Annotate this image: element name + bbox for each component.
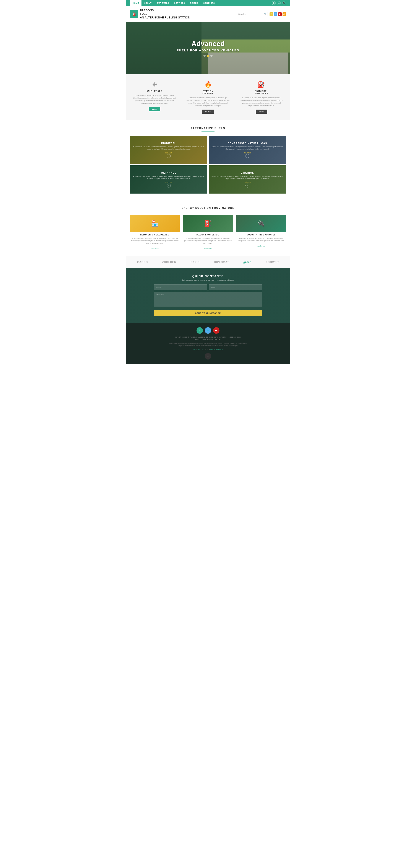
energy-card-1-text: At vero eos et accusamus et iusto odio d… xyxy=(130,237,180,245)
fuel-circle-methanol: + xyxy=(167,184,171,187)
message-textarea[interactable] xyxy=(154,292,262,307)
fuel-read-cng[interactable]: read more xyxy=(244,152,251,153)
brand-diplomat: DIPLOMAT xyxy=(214,260,229,264)
nav-our-fuels[interactable]: OUR FUELS xyxy=(154,0,172,6)
nav-home[interactable]: HOME xyxy=(130,0,141,6)
hero-section: Advanced FUELS FOR ADVANCED VEHICLES xyxy=(126,22,290,74)
fuel-card-biodiesel[interactable]: BIODIESEL At vero eos et accusamus et iu… xyxy=(130,136,207,164)
footer-copyright: PARSONS FUEL © 2015 PRIVACY POLICY xyxy=(130,349,286,350)
fuel-read-ethanol[interactable]: read more xyxy=(244,181,251,183)
hero-dots xyxy=(203,55,213,57)
footer-brand-link[interactable]: PARSONS FUEL xyxy=(193,349,205,350)
wholesale-icon: ⊕ xyxy=(132,81,177,88)
scroll-to-top-button[interactable]: ▲ xyxy=(205,353,211,360)
nav-prices[interactable]: PRICES xyxy=(187,0,201,6)
nav-contacts[interactable]: CONTACTS xyxy=(201,0,217,6)
submit-button[interactable]: SEND YOUR MESSAGE xyxy=(154,310,262,316)
hero-subtitle: FUELS FOR ADVANCED VEHICLES xyxy=(177,49,239,52)
hero-dot-2[interactable] xyxy=(207,55,209,57)
footer: t 🐦 ▶ 9870 ST VINCENT PLACE, GLASGOW, DC… xyxy=(126,323,290,364)
bookmark-icon[interactable]: ★ xyxy=(270,12,273,16)
energy-title: ENERGY SOLUTION FROM NATURE xyxy=(130,207,286,209)
email-input[interactable] xyxy=(209,284,262,290)
biodiesel-text: Eccusamus et iusto odio dignissimos duci… xyxy=(239,97,284,107)
station-title: STATIONOWNERS xyxy=(186,90,231,95)
brands-section: GABRO ZCOLDEN RAPID DIPLOMAT green FOOWE… xyxy=(126,256,290,268)
twitter-icon[interactable]: t xyxy=(274,12,277,16)
phone-icon[interactable]: ☎ xyxy=(272,1,276,5)
nav-services[interactable]: SERVICES xyxy=(172,0,187,6)
energy-card-2-title: MASSA LAOREETUM xyxy=(183,234,233,236)
energy-card-2: ⛽ MASSA LAOREETUM Eccusamus et iusto odi… xyxy=(183,215,233,250)
station-btn[interactable]: MORE xyxy=(202,110,214,114)
energy-card-1-title: NEMO ENIM VOLUPTATEM xyxy=(130,234,180,236)
nav-links: HOME ABOUT OUR FUELS SERVICES PRICES CON… xyxy=(130,0,217,6)
fuel-card-cng[interactable]: COMPRESSED NATURAL GAS At vero eos et ac… xyxy=(209,136,286,164)
energy-card-3-text: Et iusto odio dignissimos ducimus qui bl… xyxy=(236,237,286,242)
energy-card-2-text: Eccusamus et iusto odio dignissimos duci… xyxy=(183,237,233,245)
energy-img-3: 🔌 xyxy=(236,215,286,232)
footer-privacy-link[interactable]: PRIVACY POLICY xyxy=(210,349,223,350)
energy-cards-grid: 🏪 NEMO ENIM VOLUPTATEM At vero eos et ac… xyxy=(130,215,286,250)
youtube-icon[interactable]: ▶ xyxy=(278,12,282,16)
fuel-text-ethanol: At vero eos et accusamus et iusto odio d… xyxy=(211,175,284,180)
search-bar: 🔍 xyxy=(237,12,268,16)
station-text: Eccusamus et iusto odio dignissimos duci… xyxy=(186,97,231,107)
call-icon[interactable]: 📞 xyxy=(282,1,286,5)
feature-biodiesel: ⛽ BIODIESELPROJECTS Eccusamus et iusto o… xyxy=(237,81,286,114)
biodiesel-projects-icon: ⛽ xyxy=(239,81,284,88)
logo-text-block: PARSONSFUEL AN ALTERNATIVE FUELING STATI… xyxy=(140,9,190,19)
search-input[interactable] xyxy=(237,12,263,16)
fuel-overlay-biodiesel: BIODIESEL At vero eos et accusamus et iu… xyxy=(130,136,207,164)
footer-copyright-year: © 2015 xyxy=(205,349,210,350)
fuel-card-ethanol[interactable]: ETHANOL At vero eos et accusamus et iust… xyxy=(209,165,286,193)
contacts-section: QUICK CONTACTS Quis autem vel eum iure r… xyxy=(126,268,290,323)
brand-green: green xyxy=(243,260,251,264)
fuel-text-methanol: At vero eos et accusamus et iusto odio d… xyxy=(132,175,205,180)
footer-twitter-icon[interactable]: 🐦 xyxy=(205,327,211,334)
footer-youtube-icon[interactable]: ▶ xyxy=(213,327,219,334)
wholesale-btn[interactable]: MORE xyxy=(149,107,160,111)
brand-zcolden: ZCOLDEN xyxy=(162,260,176,264)
footer-tumblr-icon[interactable]: t xyxy=(197,327,203,334)
energy-divider xyxy=(202,210,214,210)
feature-station: 🔥 STATIONOWNERS Eccusamus et iusto odio … xyxy=(183,81,233,114)
fuel-text-biodiesel: At vero eos et accusamus et iusto odio d… xyxy=(132,146,205,150)
name-input[interactable] xyxy=(154,284,207,290)
rss-icon[interactable]: )))) xyxy=(282,12,286,16)
hero-dot-1[interactable] xyxy=(203,55,206,57)
wholesale-text: Eccusamus et iusto odio dignissimos duci… xyxy=(132,94,177,104)
fuel-card-methanol[interactable]: METHANOL At vero eos et accusamus et ius… xyxy=(130,165,207,193)
alt-fuels-title: ALTERNATIVE FUELS xyxy=(130,127,286,130)
energy-card-1: 🏪 NEMO ENIM VOLUPTATEM At vero eos et ac… xyxy=(130,215,180,250)
form-name-email-row xyxy=(154,284,262,290)
energy-card-3: 🔌 VOLUPTATIBUS MAIORES Et iusto odio dig… xyxy=(236,215,286,250)
fuel-read-methanol[interactable]: read more xyxy=(165,181,172,183)
nav-icon-group: ☎ ✉ 📞 xyxy=(272,1,286,5)
biodiesel-btn[interactable]: MORE xyxy=(256,110,267,114)
logo[interactable]: ⛽ PARSONSFUEL AN ALTERNATIVE FUELING STA… xyxy=(130,9,190,19)
fuel-title-biodiesel: BIODIESEL xyxy=(161,142,176,145)
energy-card-3-title: VOLUPTATIBUS MAIORES xyxy=(236,234,286,236)
features-section: ⊕ WHOLESALE Eccusamus et iusto odio dign… xyxy=(126,74,290,120)
logo-tagline: AN ALTERNATIVE FUELING STATION xyxy=(140,16,190,19)
energy-card-3-link[interactable]: read more xyxy=(257,245,265,247)
energy-card-1-link[interactable]: read more xyxy=(151,247,159,249)
contacts-subtitle: Quis autem vel eum iure reprehenderit qu… xyxy=(130,279,286,281)
nav-about[interactable]: ABOUT xyxy=(141,0,154,6)
energy-card-2-link[interactable]: read more xyxy=(204,247,212,249)
hero-dot-3[interactable] xyxy=(210,55,213,57)
fuel-overlay-methanol: METHANOL At vero eos et accusamus et ius… xyxy=(130,165,207,193)
message-icon[interactable]: ✉ xyxy=(277,1,281,5)
alt-fuels-section: ALTERNATIVE FUELS BIODIESEL At vero eos … xyxy=(126,120,290,200)
fuel-read-biodiesel[interactable]: read more xyxy=(165,152,172,153)
fuel-text-cng: At vero eos et accusamus et iusto odio d… xyxy=(211,146,284,150)
fuel-overlay-ethanol: ETHANOL At vero eos et accusamus et iust… xyxy=(209,165,286,193)
top-navigation: HOME ABOUT OUR FUELS SERVICES PRICES CON… xyxy=(126,0,290,6)
footer-email: E-MAIL: CONTACT@DEMOLINK.ORG xyxy=(130,339,286,340)
site-header: ⛽ PARSONSFUEL AN ALTERNATIVE FUELING STA… xyxy=(126,6,290,22)
search-button[interactable]: 🔍 xyxy=(263,12,268,16)
biodiesel-title: BIODIESELPROJECTS xyxy=(239,90,284,95)
logo-icon: ⛽ xyxy=(130,10,138,18)
logo-name: PARSONSFUEL xyxy=(140,9,190,16)
